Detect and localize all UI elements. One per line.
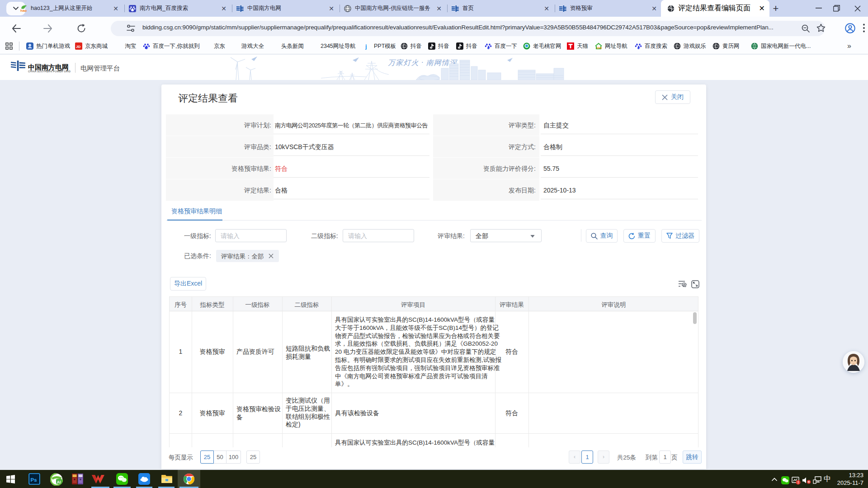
svg-text:万家灯火 · 南网情深: 万家灯火 · 南网情深 bbox=[388, 59, 458, 66]
svg-text:du: du bbox=[147, 47, 150, 49]
svg-text:j: j bbox=[365, 43, 367, 50]
svg-text:du: du bbox=[639, 47, 642, 49]
svg-text:JD: JD bbox=[76, 45, 80, 49]
svg-text:AI: AI bbox=[57, 480, 61, 484]
svg-text:du: du bbox=[489, 47, 491, 49]
svg-text:2345: 2345 bbox=[596, 47, 602, 49]
svg-text:hao: hao bbox=[20, 9, 27, 12]
svg-text:Ps: Ps bbox=[31, 477, 37, 483]
